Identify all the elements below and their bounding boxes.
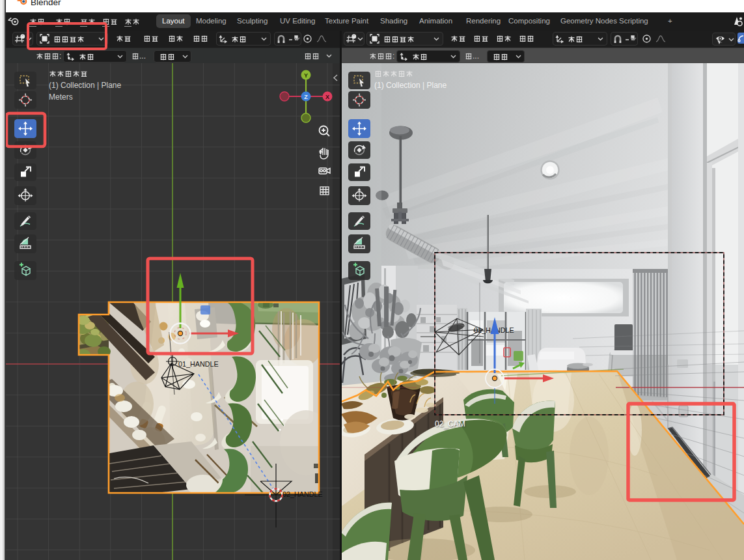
svg-text:Meters: Meters <box>49 92 73 102</box>
svg-text:(1) Collection | Plane: (1) Collection | Plane <box>374 81 447 90</box>
svg-text:Y: Y <box>304 72 308 79</box>
svg-text:02_HANDLE: 02_HANDLE <box>282 490 323 498</box>
svg-text:(1) Collection | Plane: (1) Collection | Plane <box>49 81 121 90</box>
svg-text:02_CAM: 02_CAM <box>435 419 465 428</box>
svg-text:Z: Z <box>304 94 308 100</box>
svg-text:X: X <box>325 94 329 100</box>
svg-text:01_HANDLE: 01_HANDLE <box>178 360 219 368</box>
